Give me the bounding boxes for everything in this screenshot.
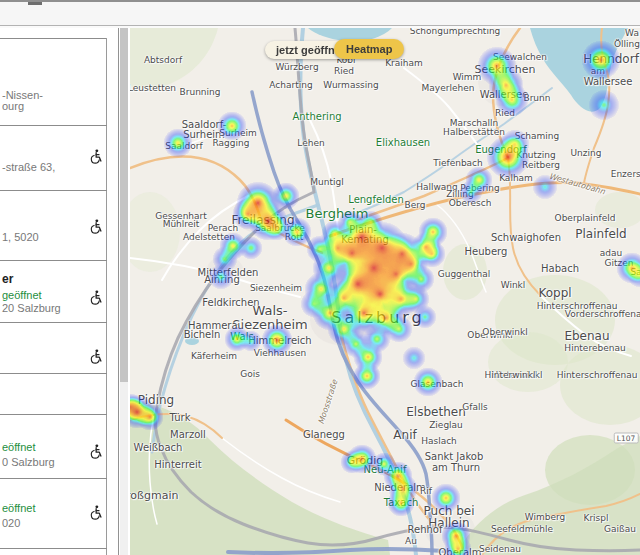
map-label: Reitberg: [522, 160, 560, 170]
map-label: Großgmain: [130, 489, 178, 502]
store-item-text: -straße 63,: [2, 161, 55, 173]
wheelchair-icon: [88, 504, 105, 521]
map-label: Henndorf: [583, 52, 639, 66]
map-viewport[interactable]: SchöngumprechtingWaÖllingAbtsdorfWürzber…: [130, 28, 640, 555]
map-label: Au: [405, 536, 417, 546]
map-label: Westautobahn: [548, 172, 606, 197]
map-label: Vorderschroffenau: [565, 309, 640, 319]
map-label: Brunn: [524, 93, 551, 103]
map-label: Lehen: [297, 138, 324, 148]
map-label: Oberesch: [449, 198, 492, 208]
map-label: Rehhof: [408, 524, 443, 535]
map-label: Niederalm: [374, 482, 426, 493]
map-label: Wa: [625, 28, 639, 38]
wheelchair-icon: [88, 289, 105, 306]
map-label: Anif: [393, 428, 416, 442]
map-label: Unzing: [571, 148, 602, 158]
map-label: Mühlreit: [163, 219, 200, 229]
window-top-bar: [0, 0, 640, 26]
map-label: Weißbach: [134, 442, 183, 453]
wheelchair-icon: [88, 148, 105, 165]
map-label: Heuberg: [465, 246, 508, 257]
map-label: Schaming: [515, 131, 560, 141]
map-label: Kemating: [341, 234, 388, 245]
map-label: Oberwinkl: [482, 327, 527, 337]
map-label: Glasenbach: [411, 379, 464, 389]
map-label: Anthering: [292, 111, 341, 122]
map-label: Moosstraße: [317, 379, 340, 426]
map-label: Marzoll: [170, 429, 206, 440]
list-divider: [0, 548, 107, 549]
map-label: Ragging: [213, 138, 250, 148]
map-label: Glanegg: [303, 429, 345, 440]
wheelchair-icon: [88, 348, 105, 365]
map-label: Halberstätten: [443, 127, 505, 137]
map-label: Ried: [334, 66, 354, 76]
map-label: Würzberg: [275, 62, 318, 72]
sidebar-card-top-border: [0, 38, 107, 39]
map-label: Schwaighofen: [491, 232, 561, 243]
map-label: Schöngumprechting: [410, 28, 501, 36]
map-label: Plainfeld: [575, 227, 626, 241]
map-label: Saaldorf: [165, 141, 202, 151]
map-label: Rif: [420, 486, 432, 496]
map-label: Oberplainfeld: [555, 213, 616, 223]
map-label: Elsbethen: [406, 405, 465, 419]
list-divider: [0, 190, 107, 191]
map-label: Seewalchen: [493, 52, 547, 62]
map-label: Wurmassing: [323, 80, 378, 90]
map-label: Oberalm: [438, 547, 481, 555]
map-label: Acharting: [269, 80, 312, 90]
map-label: Wimberg: [525, 512, 565, 522]
map-label: Käferheim: [191, 351, 237, 361]
map-label: Ebenau: [564, 329, 609, 343]
store-item-text: ourg: [2, 100, 24, 112]
map-label: Kraiham: [385, 58, 423, 68]
sidebar-panel-edge: [118, 28, 119, 555]
list-divider: [0, 373, 107, 374]
map-labels-layer: SchöngumprechtingWaÖllingAbtsdorfWürzber…: [130, 28, 640, 555]
map-label: Berg: [405, 200, 426, 210]
map-label: Muntigl: [310, 177, 343, 187]
map-label: Seidenau: [479, 544, 521, 554]
map-label: L107: [614, 433, 639, 444]
map-label: Ainring: [204, 274, 240, 285]
map-label: Wallersee: [584, 76, 633, 87]
map-label: Gitzen: [605, 258, 634, 268]
map-label: Haslach: [421, 436, 457, 446]
map-label: Enzersberg: [611, 169, 640, 179]
list-divider: [0, 322, 107, 323]
map-label: Habach: [541, 263, 579, 274]
list-divider: [0, 414, 107, 415]
store-item-text: 0 Salzburg: [2, 456, 55, 468]
map-label: Himmelreich: [248, 335, 311, 346]
map-label: Bicheln: [184, 329, 221, 340]
wheelchair-icon: [88, 443, 105, 460]
map-label: adau: [600, 248, 622, 258]
heatmap-toggle-button[interactable]: Heatmap: [334, 39, 404, 59]
sidebar-scrollbar[interactable]: [120, 28, 128, 555]
map-label: Knutzing: [516, 150, 555, 160]
wheelchair-icon: [88, 218, 105, 235]
map-label: Lengfelden: [348, 194, 404, 205]
map-label: Abtsdorf: [144, 55, 182, 65]
map-label: Ölling: [614, 39, 640, 49]
map-label: Gaißau: [604, 524, 636, 534]
map-label: Guggenthal: [438, 269, 491, 279]
window-edge-mark: [28, 2, 42, 5]
map-label: Elixhausen: [376, 137, 430, 148]
map-label: Mayerlehen: [422, 83, 475, 93]
map-label: Hinterreit: [154, 459, 201, 470]
map-label: Seekirchen: [475, 63, 536, 76]
map-label: Winkl: [501, 280, 526, 290]
map-label: Viehhausen: [254, 348, 307, 358]
store-list-sidebar: -Nissen-ourg-straße 63,1, 5020ergeöffnet…: [0, 28, 130, 555]
map-label: Seefeldmühle: [491, 524, 553, 534]
map-label: Sa: [630, 267, 640, 277]
map-label: Wimm: [453, 72, 482, 82]
map-label: Hinterebenau: [564, 343, 625, 353]
map-label: Wals-: [252, 303, 287, 318]
sidebar-scrollbar-thumb[interactable]: [120, 28, 128, 382]
map-label: Tiefenbach: [433, 158, 483, 168]
map-label: Hinterschroffenau: [557, 370, 638, 380]
